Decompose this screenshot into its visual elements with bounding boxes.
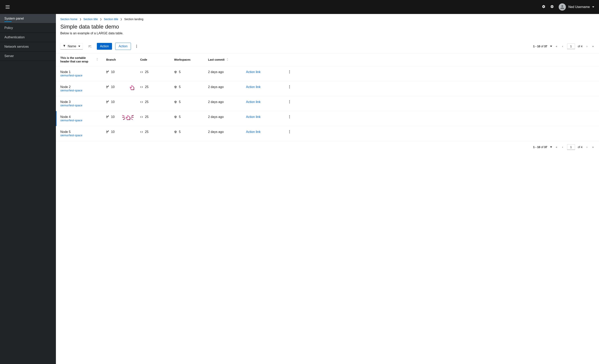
items-per-page-dropdown[interactable] bbox=[550, 147, 552, 148]
column-header-last-commit[interactable]: Last commit bbox=[208, 58, 246, 61]
sidebar-item-network-services[interactable]: Network services bbox=[0, 42, 56, 52]
row-overflow-menu[interactable] bbox=[280, 100, 290, 103]
workspaces-cell: 5 bbox=[174, 115, 208, 119]
row-action-link[interactable]: Action link bbox=[246, 130, 261, 134]
filter-dropdown[interactable]: Name bbox=[60, 43, 83, 50]
settings-icon-2[interactable] bbox=[550, 5, 554, 9]
prev-page-button[interactable]: ‹ bbox=[561, 44, 564, 48]
first-page-button[interactable]: « bbox=[555, 145, 558, 149]
page-total-label: of 4 bbox=[578, 146, 582, 149]
svg-point-18 bbox=[289, 132, 290, 133]
sort-button[interactable] bbox=[86, 43, 94, 49]
svg-point-16 bbox=[289, 130, 290, 131]
column-header-code[interactable]: Code bbox=[140, 58, 174, 61]
table-row[interactable]: Node 3 siemur/test-space 10 25 5 2 days … bbox=[56, 96, 599, 111]
breadcrumb-link[interactable]: Section title bbox=[83, 17, 98, 21]
sidebar-item-authentication[interactable]: Authentication bbox=[0, 33, 56, 42]
table-row[interactable]: Node 1 siemur/test-space 10 25 5 2 days … bbox=[56, 66, 599, 81]
bottom-pagination: 1 - 10 of 37 « ‹ of 4 › » bbox=[533, 144, 595, 150]
svg-point-15 bbox=[289, 118, 290, 118]
cube-icon bbox=[174, 71, 177, 73]
row-overflow-menu[interactable] bbox=[280, 85, 290, 88]
row-overflow-menu[interactable] bbox=[280, 115, 290, 118]
caret-down-icon bbox=[592, 6, 594, 8]
page-number-input[interactable] bbox=[567, 43, 575, 49]
row-action-link[interactable]: Action link bbox=[246, 115, 261, 119]
workspaces-cell: 5 bbox=[174, 70, 208, 74]
svg-point-13 bbox=[289, 115, 290, 116]
top-pagination: 1 - 10 of 37 « ‹ of 4 › » bbox=[533, 43, 595, 49]
username-label: Ned Username bbox=[568, 5, 590, 9]
first-page-button[interactable]: « bbox=[555, 44, 558, 48]
sidebar-item-policy[interactable]: Policy bbox=[0, 23, 56, 33]
branch-icon bbox=[106, 130, 109, 133]
row-overflow-menu[interactable] bbox=[280, 70, 290, 73]
page-title: Simple data table demo bbox=[60, 24, 595, 30]
branch-icon bbox=[106, 116, 109, 118]
node-repo-link[interactable]: siemur/test-space bbox=[60, 134, 106, 137]
table-toolbar: Name Action Action 1 - 10 of 37 « ‹ of 4 bbox=[56, 40, 599, 53]
node-repo-link[interactable]: siemur/test-space bbox=[60, 104, 106, 107]
code-cell: 25 bbox=[140, 100, 174, 104]
sidebar-item-system-panel[interactable]: System panel bbox=[0, 14, 56, 23]
row-action-link[interactable]: Action link bbox=[246, 100, 261, 104]
svg-point-4 bbox=[289, 70, 290, 71]
row-action-link[interactable]: Action link bbox=[246, 70, 261, 74]
cube-icon bbox=[174, 86, 177, 88]
branch-cell: 10 bbox=[106, 130, 140, 134]
last-page-button[interactable]: » bbox=[591, 44, 595, 48]
last-page-button[interactable]: » bbox=[591, 145, 595, 149]
node-name: Node 2 bbox=[60, 85, 106, 89]
settings-icon-1[interactable] bbox=[542, 5, 546, 9]
page-number-input[interactable] bbox=[567, 144, 575, 150]
overflow-menu-button[interactable] bbox=[134, 43, 139, 49]
table-row[interactable]: Node 5 siemur/test-space 10 25 5 2 days … bbox=[56, 126, 599, 141]
code-cell: 25 bbox=[140, 85, 174, 89]
svg-point-2 bbox=[136, 46, 137, 47]
svg-point-11 bbox=[289, 101, 290, 102]
svg-point-7 bbox=[289, 85, 290, 86]
table-row[interactable]: Node 4 siemur/test-space 10 25 5 2 days … bbox=[56, 111, 599, 126]
table-row[interactable]: Node 2 siemur/test-space 10 25 5 2 days … bbox=[56, 81, 599, 96]
code-cell: 25 bbox=[140, 70, 174, 74]
column-header-branch[interactable]: Branch bbox=[106, 58, 140, 61]
row-action-link[interactable]: Action link bbox=[246, 85, 261, 89]
code-icon bbox=[140, 130, 143, 133]
cube-icon bbox=[174, 130, 177, 133]
pagination-range: 1 - 10 of 37 bbox=[533, 45, 547, 48]
node-repo-link[interactable]: siemur/test-space bbox=[60, 74, 106, 77]
last-commit-cell: 2 days ago bbox=[208, 115, 246, 119]
code-icon bbox=[140, 101, 143, 103]
node-name: Node 3 bbox=[60, 100, 106, 104]
row-overflow-menu[interactable] bbox=[280, 130, 290, 133]
breadcrumb-link[interactable]: Section title bbox=[104, 17, 118, 21]
branch-icon bbox=[106, 86, 109, 88]
user-menu[interactable]: Ned Username bbox=[559, 3, 596, 11]
node-repo-link[interactable]: siemur/test-space bbox=[60, 89, 106, 92]
branch-cell: 10 bbox=[106, 100, 140, 104]
sidebar-item-server[interactable]: Server bbox=[0, 52, 56, 61]
code-icon bbox=[140, 86, 143, 88]
primary-action-button[interactable]: Action bbox=[97, 43, 112, 50]
branch-cell: 10 bbox=[106, 85, 140, 89]
secondary-action-button[interactable]: Action bbox=[115, 43, 131, 50]
node-name: Node 1 bbox=[60, 70, 106, 74]
app-header: Ned Username bbox=[0, 0, 599, 14]
items-per-page-dropdown[interactable] bbox=[550, 46, 552, 47]
svg-point-0 bbox=[562, 5, 563, 7]
chevron-right-icon: ❯ bbox=[100, 18, 102, 21]
last-commit-cell: 2 days ago bbox=[208, 70, 246, 74]
code-cell: 25 bbox=[140, 130, 174, 134]
column-header-workspaces[interactable]: Workspaces bbox=[174, 58, 208, 61]
column-header-name[interactable]: This is the sortable header that can wra… bbox=[60, 56, 98, 63]
svg-point-5 bbox=[289, 71, 290, 72]
breadcrumb-link[interactable]: Section home bbox=[60, 17, 78, 21]
nav-toggle-button[interactable] bbox=[4, 4, 9, 10]
prev-page-button[interactable]: ‹ bbox=[561, 145, 564, 149]
node-repo-link[interactable]: siemur/test-space bbox=[60, 119, 106, 122]
table-header-row: This is the sortable header that can wra… bbox=[56, 53, 599, 66]
pagination-range: 1 - 10 of 37 bbox=[533, 146, 547, 149]
next-page-button[interactable]: › bbox=[585, 44, 588, 48]
next-page-button[interactable]: › bbox=[585, 145, 588, 149]
svg-point-14 bbox=[289, 116, 290, 117]
